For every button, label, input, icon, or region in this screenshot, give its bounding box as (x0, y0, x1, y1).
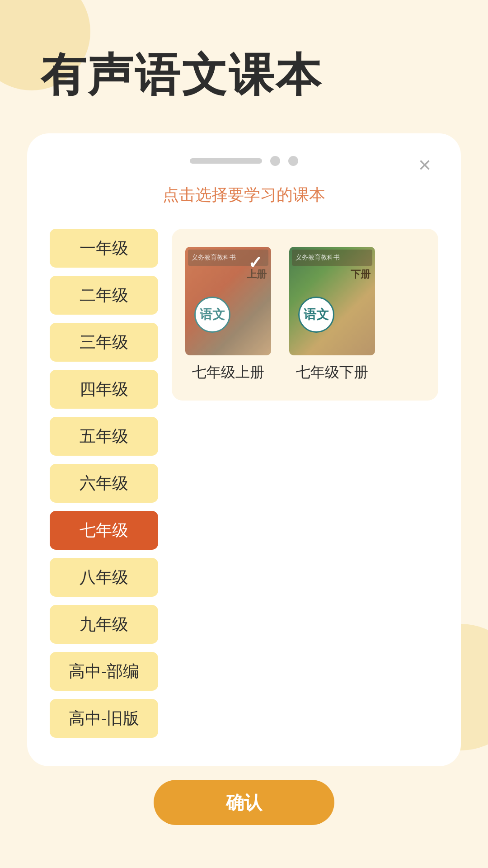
close-button[interactable]: × (411, 151, 438, 179)
book-item-book-7-lower[interactable]: 义务教育教科书下册语文七年级下册 (289, 247, 375, 382)
grade-item-grade-8[interactable]: 八年级 (50, 558, 158, 597)
grade-item-grade-3[interactable]: 三年级 (50, 323, 158, 362)
book-cover-book-7-lower: 义务教育教科书下册语文 (289, 247, 375, 355)
bar-dot-1 (270, 156, 280, 166)
book-vol-label: 下册 (351, 268, 371, 281)
main-card: × 点击选择要学习的课本 一年级二年级三年级四年级五年级六年级七年级八年级九年级… (27, 133, 461, 766)
grade-item-grade-2[interactable]: 二年级 (50, 276, 158, 315)
check-mark-icon: ✓ (244, 251, 267, 274)
grade-item-grade-6[interactable]: 六年级 (50, 464, 158, 503)
grade-item-grade-4[interactable]: 四年级 (50, 370, 158, 409)
card-subtitle: 点击选择要学习的课本 (50, 184, 438, 206)
app-title: 有声语文课本 (0, 0, 488, 106)
book-title-label: 七年级下册 (296, 363, 368, 382)
grade-item-grade-7[interactable]: 七年级 (50, 511, 158, 550)
book-check-overlay: ✓ (185, 247, 271, 355)
book-cover-book-7-upper: 义务教育教科书上册语文✓ (185, 247, 271, 355)
grade-item-grade-hs1[interactable]: 高中-部编 (50, 652, 158, 691)
content-layout: 一年级二年级三年级四年级五年级六年级七年级八年级九年级高中-部编高中-旧版 义务… (50, 229, 438, 738)
card-top-bar: × (50, 156, 438, 166)
grade-item-grade-5[interactable]: 五年级 (50, 417, 158, 456)
book-header: 义务教育教科书 (292, 250, 372, 266)
confirm-button[interactable]: 确认 (154, 780, 334, 825)
bar-dot-2 (288, 156, 298, 166)
grade-item-grade-1[interactable]: 一年级 (50, 229, 158, 268)
book-title-label: 七年级上册 (192, 363, 264, 382)
close-icon: × (418, 154, 431, 176)
bar-line (190, 158, 262, 164)
book-panel: 义务教育教科书上册语文✓七年级上册义务教育教科书下册语文七年级下册 (172, 229, 438, 401)
grade-list: 一年级二年级三年级四年级五年级六年级七年级八年级九年级高中-部编高中-旧版 (50, 229, 158, 738)
grade-item-grade-9[interactable]: 九年级 (50, 605, 158, 644)
book-emblem: 语文 (298, 297, 334, 333)
bottom-bar: 确认 (0, 766, 488, 839)
book-item-book-7-upper[interactable]: 义务教育教科书上册语文✓七年级上册 (185, 247, 271, 382)
grade-item-grade-hs2[interactable]: 高中-旧版 (50, 699, 158, 738)
